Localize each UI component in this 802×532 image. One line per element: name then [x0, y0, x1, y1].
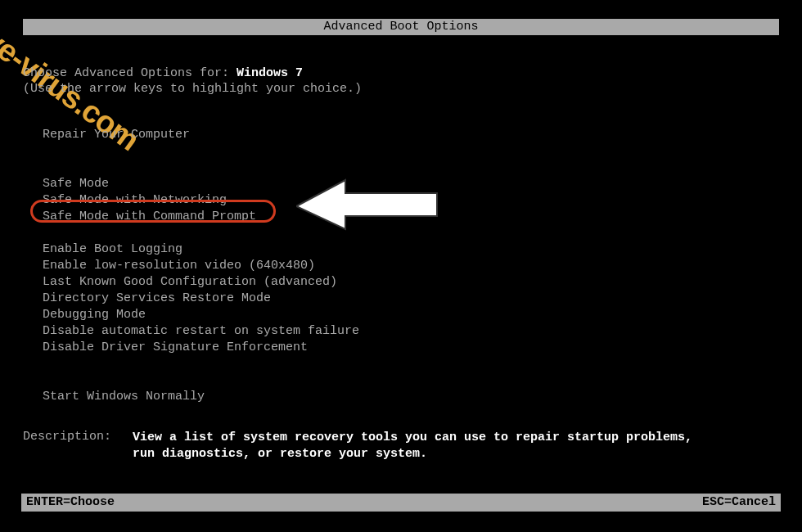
menu-spacer — [43, 225, 359, 241]
menu-spacer — [43, 143, 359, 160]
menu-item-last-known-good[interactable]: Last Known Good Configuration (advanced) — [43, 274, 359, 291]
os-name: Windows 7 — [237, 66, 303, 80]
menu-item-boot-logging[interactable]: Enable Boot Logging — [43, 241, 359, 258]
menu-spacer — [43, 356, 359, 372]
menu-item-disable-auto-restart[interactable]: Disable automatic restart on system fail… — [43, 323, 359, 340]
hint-text: (Use the arrow keys to highlight your ch… — [23, 82, 362, 96]
title-bar: Advanced Boot Options — [23, 19, 779, 35]
footer-enter-hint: ENTER=Choose — [26, 494, 115, 512]
boot-options-menu: Repair Your Computer Safe Mode Safe Mode… — [43, 127, 359, 405]
menu-item-directory-services-restore[interactable]: Directory Services Restore Mode — [43, 291, 359, 307]
menu-item-disable-driver-sig[interactable]: Disable Driver Signature Enforcement — [43, 340, 359, 356]
menu-item-start-normally[interactable]: Start Windows Normally — [43, 389, 359, 405]
footer-esc-hint: ESC=Cancel — [702, 494, 776, 512]
description-text: View a list of system recovery tools you… — [133, 430, 722, 462]
menu-item-repair-computer[interactable]: Repair Your Computer — [43, 127, 359, 143]
menu-item-debugging-mode[interactable]: Debugging Mode — [43, 307, 359, 323]
choose-prompt: Choose Advanced Options for: Windows 7 — [23, 66, 303, 80]
menu-spacer — [43, 160, 359, 176]
menu-spacer — [43, 372, 359, 389]
prompt-label: Choose Advanced Options for: — [23, 66, 237, 80]
menu-item-low-res-video[interactable]: Enable low-resolution video (640x480) — [43, 258, 359, 274]
description-label: Description: — [23, 430, 111, 444]
footer-bar: ENTER=Choose ESC=Cancel — [21, 494, 781, 512]
menu-item-safe-mode-networking[interactable]: Safe Mode with Networking — [43, 192, 359, 209]
menu-item-safe-mode[interactable]: Safe Mode — [43, 176, 359, 192]
menu-item-safe-mode-command-prompt[interactable]: Safe Mode with Command Prompt — [43, 209, 359, 225]
